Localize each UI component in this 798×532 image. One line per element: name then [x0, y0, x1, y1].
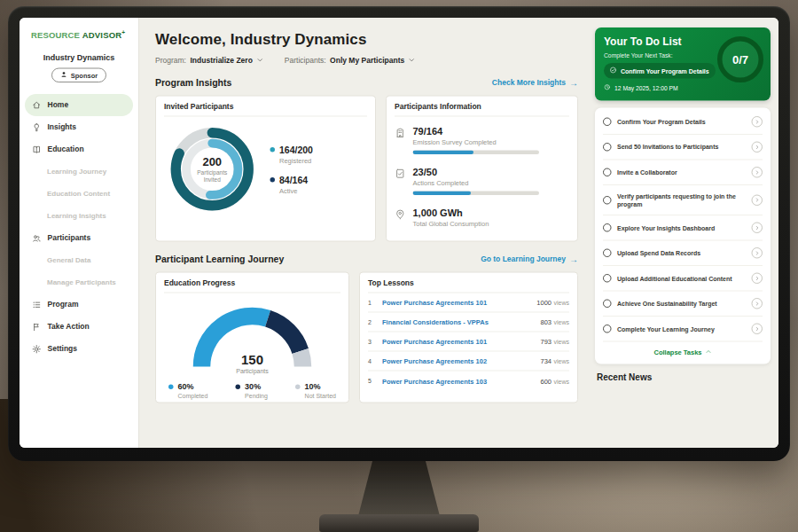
chevron-down-icon [409, 57, 416, 64]
legend-dot [168, 385, 174, 390]
sidebar-item-label: Take Action [48, 323, 90, 332]
todo-task-row[interactable]: Upload Additional Educational Content [603, 266, 763, 292]
todo-task-row[interactable]: Invite a Collaborator [603, 160, 763, 186]
progress-bar [413, 192, 540, 196]
chevron-right-icon [755, 250, 760, 255]
sidebar-item-education[interactable]: Education [20, 138, 138, 160]
todo-task-row[interactable]: Complete Your Learning Journey [603, 317, 763, 342]
todo-task-row[interactable]: Upload Spend Data Records [603, 241, 763, 267]
recent-news-title: Recent News [595, 372, 771, 383]
todo-task-row[interactable]: Achieve One Sustainability Target [603, 292, 763, 317]
info-label: Actions Completed [413, 179, 540, 187]
lesson-row: 5Power Purchase Agreements 103600views [368, 372, 569, 391]
task-open-button[interactable] [752, 247, 763, 259]
sidebar-item-education-content[interactable]: Education Content [20, 183, 138, 205]
task-label: Upload Additional Educational Content [617, 274, 746, 282]
sidebar-item-learning-journey[interactable]: Learning Journey [20, 160, 138, 183]
task-open-button[interactable] [752, 298, 763, 309]
lesson-title-link[interactable]: Financial Considerations - VPPAs [382, 318, 535, 326]
participants-icon [32, 233, 42, 243]
todo-task-row[interactable]: Verify participants requesting to join t… [603, 185, 763, 215]
sidebar-item-participants[interactable]: Participants [20, 227, 138, 249]
insights-icon [32, 122, 42, 132]
participants-filter-dropdown[interactable]: Participants: Only My Participants [285, 57, 415, 66]
todo-task-row[interactable]: Send 50 Invitations to Participants [603, 135, 763, 160]
sidebar-item-manage-participants[interactable]: Manage Participants [20, 271, 138, 293]
badge-wrap: Sponsor [20, 68, 138, 83]
collapse-tasks-button[interactable]: Collapse Tasks [603, 342, 763, 362]
sidebar-item-program[interactable]: Program [20, 293, 138, 316]
legend-value: 60% [178, 382, 194, 392]
insights-cards-row: Invited Participants 200 Participants In… [155, 96, 578, 242]
lesson-title-link[interactable]: Power Purchase Agreements 103 [382, 377, 535, 385]
lesson-title-link[interactable]: Power Purchase Agreements 102 [382, 357, 535, 365]
sidebar-item-label: Participants [48, 234, 91, 243]
legend-label: Completed [178, 393, 208, 400]
todo-task-row[interactable]: Confirm Your Program Details [603, 110, 763, 136]
progress-bar [413, 151, 540, 155]
task-checkbox[interactable] [603, 223, 612, 232]
sponsor-badge[interactable]: Sponsor [51, 68, 106, 83]
task-checkbox[interactable] [603, 249, 612, 258]
task-open-button[interactable] [752, 116, 763, 128]
check-more-insights-link[interactable]: Check More Insights → [492, 78, 578, 89]
task-open-button[interactable] [752, 324, 763, 335]
todo-tasks: Confirm Your Program DetailsSend 50 Invi… [603, 110, 763, 342]
task-open-button[interactable] [752, 167, 763, 178]
task-checkbox[interactable] [603, 118, 612, 127]
sidebar-item-take-action[interactable]: Take Action [20, 316, 138, 338]
sidebar-item-label: Program [48, 301, 79, 309]
monitor-bezel: RESOURCE ADVISOR+ Industry Dynamics Spon… [8, 6, 790, 461]
task-checkbox[interactable] [603, 325, 612, 333]
chevron-right-icon [755, 276, 760, 281]
lesson-title-link[interactable]: Power Purchase Agreements 101 [382, 299, 531, 307]
task-checkbox[interactable] [603, 196, 612, 205]
task-label: Achieve One Sustainability Target [617, 300, 746, 308]
todo-summary-card: Your To Do List Complete Your Next Task:… [595, 27, 771, 101]
participants-filter-label: Participants: [285, 57, 326, 66]
sidebar-item-learning-insights[interactable]: Learning Insights [20, 205, 138, 227]
sidebar-item-label: Home [48, 101, 69, 110]
task-checkbox[interactable] [603, 300, 612, 309]
arrow-right-icon: → [569, 78, 578, 89]
task-checkbox[interactable] [603, 168, 612, 177]
task-open-button[interactable] [752, 273, 763, 285]
chevron-right-icon [755, 169, 760, 175]
task-open-button[interactable] [752, 194, 763, 206]
filters-row: Program: Industrialize Zero Participants… [155, 57, 578, 66]
legend-label: Pending [245, 393, 268, 400]
participants-info-row: 1,000 GWhTotal Global Consumption [395, 207, 569, 228]
donut-legend: 164/200Registered84/164Active [270, 145, 313, 194]
task-label: Invite a Collaborator [617, 168, 746, 176]
chevron-right-icon [755, 326, 760, 332]
task-open-button[interactable] [752, 142, 763, 153]
task-label: Send 50 Invitations to Participants [617, 143, 746, 151]
card-title: Education Progress [164, 279, 340, 293]
screen: RESOURCE ADVISOR+ Industry Dynamics Spon… [20, 18, 778, 448]
program-filter-label: Program: [155, 57, 186, 66]
next-task-pill[interactable]: Confirm Your Program Details [604, 63, 716, 79]
task-checkbox[interactable] [603, 143, 612, 152]
sidebar: RESOURCE ADVISOR+ Industry Dynamics Spon… [20, 18, 139, 448]
sidebar-item-home[interactable]: Home [25, 94, 133, 116]
task-checkbox[interactable] [603, 274, 612, 283]
go-to-learning-journey-link[interactable]: Go to Learning Journey → [481, 254, 578, 265]
task-label: Complete Your Learning Journey [617, 325, 746, 332]
sidebar-item-insights[interactable]: Insights [20, 116, 138, 138]
todo-progress-value: 0/7 [732, 52, 748, 66]
org-name: Industry Dynamics [20, 53, 138, 63]
legend-label: Active [279, 186, 313, 194]
donut-legend-item: 84/164Active [270, 175, 313, 194]
lesson-title-link[interactable]: Power Purchase Agreements 101 [382, 338, 535, 346]
sidebar-item-settings[interactable]: Settings [20, 338, 138, 360]
sidebar-item-general-data[interactable]: General Data [20, 249, 138, 271]
todo-task-row[interactable]: Explore Your Insights Dashboard [603, 215, 763, 241]
info-label: Emission Survey Completed [413, 138, 540, 146]
legend-dot [295, 385, 301, 390]
legend-value: 84/164 [279, 175, 308, 185]
chevron-up-icon [706, 348, 712, 355]
program-filter-dropdown[interactable]: Program: Industrialize Zero [155, 57, 263, 66]
task-open-button[interactable] [752, 223, 763, 234]
gauge-center-label: 150 Participants [186, 352, 319, 374]
learning-journey-title: Participant Learning Journey [155, 254, 284, 265]
